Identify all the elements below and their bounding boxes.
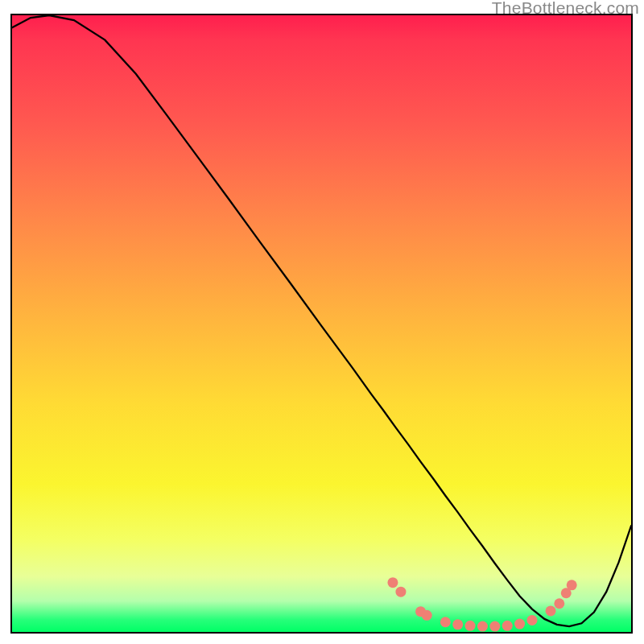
watermark-text: TheBottleneck.com [492, 0, 639, 18]
heat-gradient-background [12, 15, 631, 632]
chart-area [10, 14, 633, 634]
